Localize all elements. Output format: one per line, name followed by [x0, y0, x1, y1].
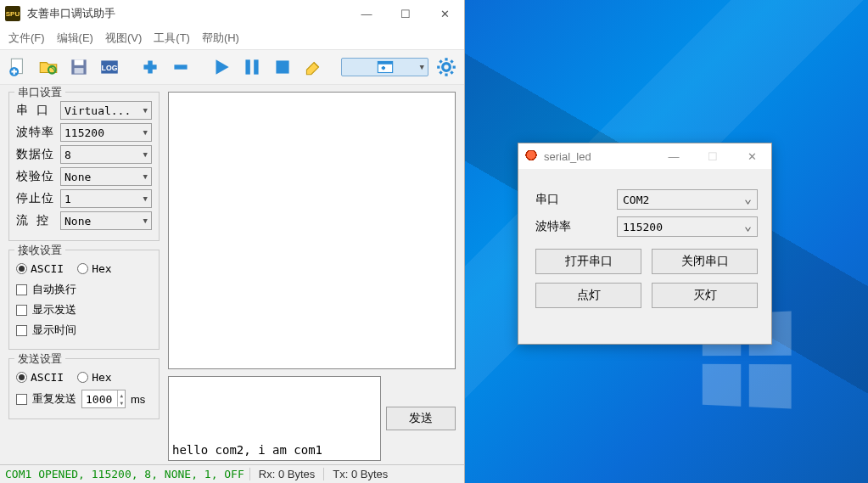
save-icon[interactable]	[66, 54, 92, 80]
label-flow: 流 控	[16, 213, 55, 228]
checkbox-icon	[16, 394, 27, 405]
label-baud: 波特率	[535, 219, 617, 234]
receive-textarea[interactable]	[168, 92, 456, 369]
label-port: 串口	[535, 192, 617, 207]
titlebar-main[interactable]: SPU 友善串口调试助手 — ☐ ✕	[0, 0, 464, 27]
select-stopbits[interactable]: 1	[60, 189, 152, 208]
legend-port: 串口设置	[14, 85, 65, 100]
maximize-button[interactable]: ☐	[693, 143, 732, 170]
clear-icon[interactable]	[300, 54, 326, 80]
group-port-settings: 串口设置 串 口Virtual... 波特率115200 数据位8 校验位Non…	[8, 92, 160, 241]
select-port[interactable]: Virtual...	[60, 101, 152, 120]
open-port-button[interactable]: 打开串口	[535, 249, 641, 274]
select-port[interactable]: COM2	[617, 189, 758, 210]
svg-rect-8	[245, 59, 249, 74]
select-databits[interactable]: 8	[60, 145, 152, 164]
open-folder-icon[interactable]	[36, 54, 61, 80]
svg-point-13	[443, 64, 451, 71]
send-text-value: hello com2, i am com1	[172, 443, 322, 457]
pause-icon[interactable]	[239, 54, 265, 80]
app-icon-serial-led	[525, 150, 537, 162]
window-serial-led: serial_led — ☐ ✕ 串口 COM2 波特率 115200 打开串口…	[518, 143, 772, 345]
label-port: 串 口	[16, 103, 55, 118]
menu-view[interactable]: 视图(V)	[105, 31, 142, 46]
svg-rect-4	[75, 59, 84, 65]
minimize-button[interactable]: —	[347, 0, 386, 27]
legend-tx: 发送设置	[14, 351, 65, 367]
checkbox-icon	[16, 325, 27, 336]
send-textarea[interactable]: hello com2, i am com1	[168, 376, 381, 461]
status-bar: COM1 OPENED, 115200, 8, NONE, 1, OFF Rx:…	[0, 464, 464, 483]
checkbox-icon	[16, 284, 27, 295]
radio-rx-hex[interactable]: Hex	[77, 262, 111, 275]
svg-rect-10	[276, 60, 288, 73]
close-port-button[interactable]: 关闭串口	[652, 249, 758, 274]
titlebar-serial-led[interactable]: serial_led — ☐ ✕	[518, 143, 771, 169]
new-file-icon[interactable]	[5, 54, 31, 80]
add-window-icon[interactable]	[341, 58, 428, 76]
title-serial-led: serial_led	[544, 150, 654, 163]
log-icon[interactable]: LOG	[97, 54, 122, 80]
radio-dot-icon	[16, 263, 27, 274]
select-baud[interactable]: 115200	[617, 216, 758, 237]
label-baud: 波特率	[16, 125, 55, 140]
radio-rx-ascii[interactable]: ASCII	[16, 262, 64, 275]
check-showtx[interactable]: 显示发送	[16, 300, 152, 320]
menu-edit[interactable]: 编辑(E)	[57, 31, 93, 46]
label-databits: 数据位	[16, 147, 55, 162]
send-button[interactable]: 发送	[386, 407, 456, 430]
close-button[interactable]: ✕	[425, 0, 464, 27]
select-baud[interactable]: 115200	[60, 123, 152, 142]
check-showtime[interactable]: 显示时间	[16, 320, 152, 340]
menu-help[interactable]: 帮助(H)	[202, 31, 239, 46]
radio-dot-icon	[77, 372, 88, 383]
led-off-button[interactable]: 灭灯	[652, 283, 758, 308]
svg-rect-12	[378, 62, 392, 65]
menubar: 文件(F) 编辑(E) 视图(V) 工具(T) 帮助(H)	[0, 27, 464, 49]
label-ms: ms	[131, 393, 145, 406]
gear-icon[interactable]	[434, 54, 459, 80]
stop-icon[interactable]	[270, 54, 295, 80]
legend-rx: 接收设置	[14, 243, 65, 258]
svg-rect-9	[254, 59, 258, 74]
check-autowrap[interactable]: 自动换行	[16, 279, 152, 300]
radio-tx-ascii[interactable]: ASCII	[16, 371, 64, 384]
toolbar: LOG	[0, 49, 464, 85]
status-rx: Rx: 0 Bytes	[249, 468, 323, 480]
select-parity[interactable]: None	[60, 167, 152, 186]
select-flow[interactable]: None	[60, 211, 152, 230]
radio-dot-icon	[77, 263, 88, 274]
svg-rect-5	[75, 68, 84, 74]
minus-icon[interactable]	[168, 54, 193, 80]
svg-text:LOG: LOG	[102, 64, 118, 72]
radio-dot-icon	[16, 372, 27, 383]
menu-file[interactable]: 文件(F)	[8, 31, 45, 46]
title-main: 友善串口调试助手	[27, 6, 347, 21]
label-stopbits: 停止位	[16, 191, 55, 206]
led-on-button[interactable]: 点灯	[535, 283, 641, 308]
label-parity: 校验位	[16, 169, 55, 184]
app-icon-main: SPU	[5, 6, 20, 21]
status-tx: Tx: 0 Bytes	[323, 468, 396, 480]
close-button[interactable]: ✕	[732, 143, 771, 170]
status-connection: COM1 OPENED, 115200, 8, NONE, 1, OFF	[0, 468, 249, 480]
group-rx-settings: 接收设置 ASCII Hex 自动换行 显示发送 显示时间	[8, 250, 160, 350]
window-serial-assistant: SPU 友善串口调试助手 — ☐ ✕ 文件(F) 编辑(E) 视图(V) 工具(…	[0, 0, 465, 483]
menu-tools[interactable]: 工具(T)	[154, 31, 190, 46]
checkbox-icon	[16, 305, 27, 316]
play-icon[interactable]	[209, 54, 234, 80]
minimize-button[interactable]: —	[654, 143, 693, 170]
group-tx-settings: 发送设置 ASCII Hex 重复发送 1000 ms	[8, 358, 160, 419]
maximize-button[interactable]: ☐	[386, 0, 425, 27]
radio-tx-hex[interactable]: Hex	[77, 371, 111, 384]
interval-stepper[interactable]: 1000	[81, 390, 126, 408]
plus-icon[interactable]	[137, 54, 163, 80]
check-repeat[interactable]: 重复发送	[16, 391, 76, 407]
